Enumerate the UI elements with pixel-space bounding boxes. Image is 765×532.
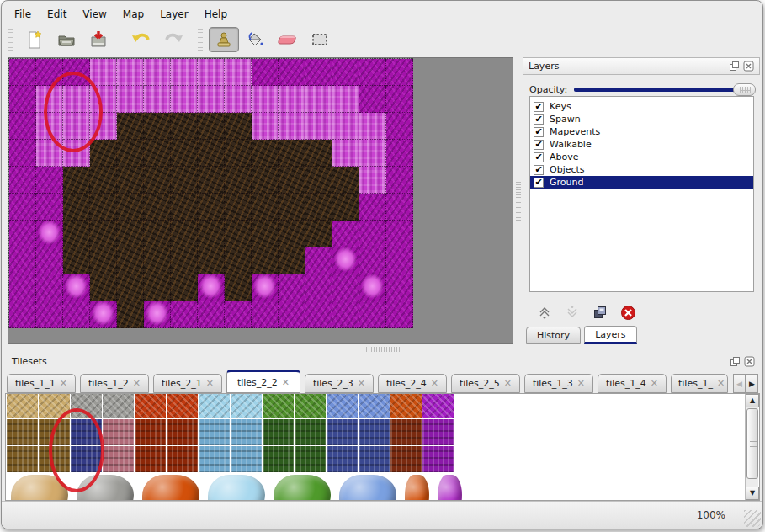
tileset-tile[interactable] bbox=[199, 446, 231, 473]
map-tile[interactable] bbox=[198, 59, 225, 86]
map-tile[interactable] bbox=[117, 140, 144, 167]
map-tile[interactable] bbox=[225, 274, 252, 301]
tileset-tile[interactable] bbox=[7, 446, 39, 473]
map-tile[interactable] bbox=[9, 221, 36, 247]
map-tile[interactable] bbox=[279, 86, 305, 113]
map-tile[interactable] bbox=[198, 247, 225, 274]
map-tile[interactable] bbox=[332, 140, 359, 167]
tileset-tile[interactable] bbox=[167, 394, 199, 419]
map-tile[interactable] bbox=[386, 247, 413, 274]
close-tilesets-button[interactable] bbox=[744, 356, 755, 367]
map-tile[interactable] bbox=[332, 301, 359, 328]
tileset-blob-tile[interactable] bbox=[208, 475, 265, 501]
open-file-button[interactable] bbox=[51, 27, 82, 52]
opacity-slider-handle[interactable] bbox=[733, 83, 756, 96]
map-tile[interactable] bbox=[279, 167, 305, 194]
tileset-tile[interactable] bbox=[327, 446, 359, 473]
map-tile[interactable] bbox=[117, 221, 144, 247]
tileset-tab-tiles_1_3[interactable]: tiles_1_3✕ bbox=[524, 374, 593, 393]
dock-tab-layers[interactable]: Layers bbox=[584, 326, 636, 344]
tileset-tile[interactable] bbox=[327, 394, 359, 419]
map-tile[interactable] bbox=[198, 113, 225, 140]
map-tile[interactable] bbox=[9, 194, 36, 221]
tileset-tile[interactable] bbox=[103, 446, 135, 473]
map-tile[interactable] bbox=[252, 59, 279, 86]
layer-row-spawn[interactable]: ✔Spawn bbox=[530, 113, 753, 125]
vertical-splitter[interactable] bbox=[514, 57, 523, 344]
map-tile[interactable] bbox=[305, 59, 332, 86]
map-tile[interactable] bbox=[90, 221, 117, 247]
tileset-scrollbar[interactable]: ▲ ▼ bbox=[745, 394, 758, 500]
map-tile[interactable] bbox=[359, 86, 386, 113]
map-tile[interactable] bbox=[225, 86, 252, 113]
map-tile[interactable] bbox=[63, 59, 90, 86]
map-tile[interactable] bbox=[252, 167, 279, 194]
map-tile[interactable] bbox=[36, 221, 63, 247]
layer-row-above[interactable]: ✔Above bbox=[530, 151, 753, 163]
tileset-tile[interactable] bbox=[422, 446, 454, 473]
map-tile[interactable] bbox=[386, 86, 413, 113]
map-tile[interactable] bbox=[279, 140, 305, 167]
resize-grip[interactable] bbox=[744, 510, 761, 527]
map-tile[interactable] bbox=[225, 194, 252, 221]
close-panel-button[interactable] bbox=[743, 61, 754, 72]
map-tile[interactable] bbox=[225, 301, 252, 328]
map-tile[interactable] bbox=[63, 247, 90, 274]
close-tab-icon[interactable]: ✕ bbox=[358, 378, 365, 389]
map-tile[interactable] bbox=[305, 274, 332, 301]
tileset-content[interactable]: ▲ ▼ bbox=[5, 393, 760, 501]
tileset-tab-tiles_1_[interactable]: tiles_1_✕ bbox=[671, 374, 728, 393]
layer-checkbox[interactable]: ✔ bbox=[534, 127, 544, 137]
layer-row-mapevents[interactable]: ✔Mapevents bbox=[530, 125, 753, 138]
float-tilesets-button[interactable] bbox=[730, 356, 741, 367]
map-tile[interactable] bbox=[225, 59, 252, 86]
close-tab-icon[interactable]: ✕ bbox=[431, 378, 438, 389]
tileset-blob-tile[interactable] bbox=[274, 475, 331, 501]
map-tile[interactable] bbox=[359, 113, 386, 140]
toolbar-grip[interactable] bbox=[8, 29, 13, 51]
map-tile[interactable] bbox=[117, 194, 144, 221]
map-tile[interactable] bbox=[252, 113, 279, 140]
map-tile[interactable] bbox=[171, 59, 198, 86]
map-tile[interactable] bbox=[171, 274, 198, 301]
tileset-tab-tiles_2_3[interactable]: tiles_2_3✕ bbox=[305, 374, 374, 393]
map-tile[interactable] bbox=[90, 301, 117, 328]
tileset-tile[interactable] bbox=[231, 419, 263, 446]
close-tab-icon[interactable]: ✕ bbox=[717, 378, 725, 389]
tileset-tile[interactable] bbox=[167, 446, 199, 473]
map-tile[interactable] bbox=[359, 194, 386, 221]
map-tile[interactable] bbox=[171, 167, 198, 194]
map-tile[interactable] bbox=[198, 194, 225, 221]
close-tab-icon[interactable]: ✕ bbox=[577, 378, 585, 389]
tileset-tile[interactable] bbox=[135, 419, 167, 446]
tileset-tile[interactable] bbox=[71, 446, 103, 473]
map-tile[interactable] bbox=[9, 167, 36, 194]
new-file-button[interactable] bbox=[19, 27, 50, 52]
map-tile[interactable] bbox=[332, 86, 359, 113]
map-tile[interactable] bbox=[359, 59, 386, 86]
map-tile[interactable] bbox=[36, 59, 63, 86]
map-tile[interactable] bbox=[305, 194, 332, 221]
tileset-tile[interactable] bbox=[103, 394, 135, 419]
map-tile[interactable] bbox=[279, 221, 305, 247]
layer-row-keys[interactable]: ✔Keys bbox=[530, 100, 753, 113]
map-tile[interactable] bbox=[36, 167, 63, 194]
map-canvas[interactable] bbox=[8, 58, 413, 328]
tileset-tile[interactable] bbox=[359, 394, 390, 419]
map-tile[interactable] bbox=[198, 167, 225, 194]
tileset-tile[interactable] bbox=[359, 419, 390, 446]
tileset-tile[interactable] bbox=[390, 394, 422, 419]
tileset-blob-tile[interactable] bbox=[142, 475, 199, 501]
map-tile[interactable] bbox=[63, 113, 90, 140]
map-tile[interactable] bbox=[386, 140, 413, 167]
tileset-tile[interactable] bbox=[231, 394, 263, 419]
map-tile[interactable] bbox=[279, 274, 305, 301]
map-tile[interactable] bbox=[171, 140, 198, 167]
menu-help[interactable]: Help bbox=[200, 6, 231, 24]
map-tile[interactable] bbox=[117, 274, 144, 301]
map-tile[interactable] bbox=[90, 113, 117, 140]
tileset-tile[interactable] bbox=[422, 394, 454, 419]
map-tile[interactable] bbox=[144, 140, 171, 167]
close-tab-icon[interactable]: ✕ bbox=[206, 378, 214, 389]
map-tile[interactable] bbox=[9, 274, 36, 301]
